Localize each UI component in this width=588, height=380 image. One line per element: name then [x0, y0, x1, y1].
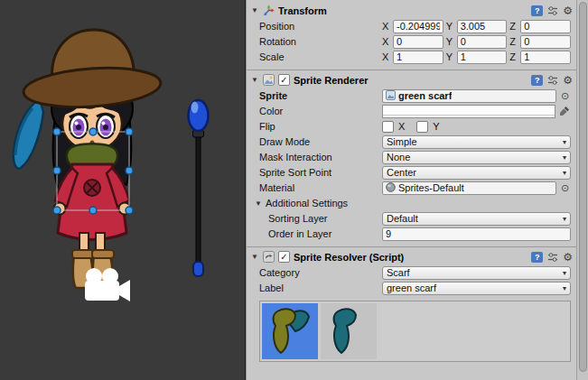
position-z-input[interactable]	[520, 20, 571, 33]
axis-z-label[interactable]: Z	[509, 51, 518, 62]
material-row: Material Sprites-Default ⊙	[259, 181, 571, 195]
label-dropdown[interactable]: green scarf ▾	[382, 282, 571, 295]
axis-y-label[interactable]: Y	[446, 51, 454, 62]
axis-z-label[interactable]: Z	[509, 21, 518, 32]
camera-gizmo-icon[interactable]	[85, 268, 130, 301]
transform-header[interactable]: ▼ Transform ? ⚙	[248, 3, 574, 18]
check-icon: ✓	[280, 76, 287, 85]
axis-x-label[interactable]: X	[382, 36, 390, 47]
foldout-icon[interactable]: ▼	[254, 199, 263, 208]
chevron-down-icon: ▾	[563, 169, 566, 177]
help-icon[interactable]: ?	[531, 252, 543, 263]
preset-icon[interactable]	[547, 75, 558, 86]
axis-y-label[interactable]: Y	[446, 36, 454, 47]
mask-interaction-dropdown[interactable]: None ▾	[382, 151, 571, 164]
help-icon[interactable]: ?	[531, 75, 543, 86]
category-row: Category Scarf ▾	[259, 265, 571, 280]
character-sprite[interactable]	[14, 30, 162, 288]
transform-icon	[263, 5, 275, 16]
category-label: Category	[259, 267, 382, 278]
character-hat	[23, 30, 163, 111]
sprite-renderer-title: Sprite Renderer	[294, 75, 369, 86]
thumb-teal-scarf[interactable]	[321, 303, 377, 359]
sprite-sort-point-row: Sprite Sort Point Center ▾	[259, 165, 571, 180]
axis-y-label[interactable]: Y	[446, 21, 454, 32]
staff-sprite[interactable]	[189, 100, 209, 276]
sprite-resolver-header[interactable]: ▼ ✓ Sprite Resolver (Script) ? ⚙	[248, 249, 574, 264]
sprite-sort-point-dropdown[interactable]: Center ▾	[382, 166, 571, 180]
sorting-layer-row: Sorting Layer Default ▾	[268, 211, 571, 226]
category-dropdown[interactable]: Scarf ▾	[382, 266, 571, 280]
sprite-object-field[interactable]: green scarf	[382, 89, 556, 103]
alpha-bar	[383, 115, 555, 117]
scene-view[interactable]	[0, 0, 246, 380]
inspector-scrollbar[interactable]	[576, 0, 588, 380]
material-object-field[interactable]: Sprites-Default	[382, 181, 556, 195]
character-dress	[54, 164, 131, 240]
sprite-label: Sprite	[259, 90, 382, 101]
scale-row: Scale X Y Z	[259, 50, 571, 64]
object-picker-icon[interactable]: ⊙	[559, 89, 571, 102]
scale-label: Scale	[259, 51, 382, 62]
flip-x-checkbox[interactable]	[382, 121, 394, 133]
sprite-row: Sprite green scarf ⊙	[259, 88, 571, 103]
position-y-input[interactable]	[457, 20, 508, 33]
sorting-layer-dropdown[interactable]: Default ▾	[382, 212, 571, 226]
sprite-sort-point-value: Center	[387, 167, 561, 178]
sprite-variant-strip	[259, 301, 571, 362]
sprite-renderer-enabled-checkbox[interactable]: ✓	[278, 74, 290, 86]
object-picker-icon[interactable]: ⊙	[559, 181, 571, 194]
eyedropper-icon[interactable]	[558, 106, 571, 116]
chevron-down-icon: ▾	[563, 284, 566, 292]
foldout-icon[interactable]: ▼	[250, 253, 259, 261]
color-swatch[interactable]	[382, 105, 555, 118]
label-value: green scarf	[387, 283, 561, 293]
scale-z-input[interactable]	[520, 51, 571, 64]
position-x-input[interactable]	[393, 20, 443, 33]
rotation-x-input[interactable]	[393, 35, 443, 49]
order-in-layer-label: Order in Layer	[268, 228, 382, 239]
draw-mode-dropdown[interactable]: Simple ▾	[382, 135, 571, 149]
color-row: Color	[259, 104, 571, 118]
sprite-resolver-enabled-checkbox[interactable]: ✓	[278, 251, 290, 263]
order-in-layer-input[interactable]	[382, 227, 571, 241]
sprite-renderer-header[interactable]: ▼ ✓ Sprite Renderer ? ⚙	[248, 72, 574, 88]
mask-interaction-value: None	[387, 152, 561, 162]
preset-icon[interactable]	[547, 5, 558, 16]
sprite-field-value: green scarf	[398, 90, 452, 101]
inspector-panel: ▼ Transform ? ⚙ P	[246, 0, 588, 380]
check-icon: ✓	[280, 253, 287, 262]
order-in-layer-row: Order in Layer	[268, 227, 571, 241]
foldout-icon[interactable]: ▼	[250, 76, 259, 84]
scale-x-input[interactable]	[393, 51, 443, 64]
rotation-label: Rotation	[259, 36, 382, 47]
thumb-green-scarf[interactable]	[262, 303, 318, 359]
additional-settings-foldout[interactable]: ▼ Additional Settings	[254, 196, 571, 210]
flip-y-checkbox[interactable]	[416, 121, 428, 133]
preset-icon[interactable]	[547, 252, 558, 263]
chevron-down-icon: ▾	[563, 138, 566, 146]
scale-y-input[interactable]	[457, 51, 508, 64]
unity-editor: ▼ Transform ? ⚙ P	[0, 0, 588, 380]
mask-interaction-row: Mask Interaction None ▾	[259, 150, 571, 164]
transform-component: ▼ Transform ? ⚙ P	[247, 0, 576, 70]
foldout-icon[interactable]: ▼	[250, 6, 259, 14]
help-icon[interactable]: ?	[531, 5, 543, 16]
axis-x-label[interactable]: X	[382, 51, 390, 62]
axis-x-label[interactable]: X	[382, 21, 390, 32]
gear-icon[interactable]: ⚙	[563, 75, 573, 86]
gear-icon[interactable]: ⚙	[563, 5, 573, 16]
position-label: Position	[259, 21, 382, 32]
axis-z-label[interactable]: Z	[509, 36, 518, 47]
rotation-z-input[interactable]	[520, 35, 571, 49]
draw-mode-value: Simple	[387, 136, 561, 147]
material-field-value: Sprites-Default	[398, 182, 464, 193]
sprite-sort-point-label: Sprite Sort Point	[259, 167, 382, 178]
transform-title: Transform	[278, 5, 327, 16]
chevron-down-icon: ▾	[563, 269, 566, 277]
sprite-resolver-component: ▼ ✓ Sprite Resolver (Script) ? ⚙ Categor…	[247, 246, 576, 366]
gear-icon[interactable]: ⚙	[563, 252, 573, 263]
sprite-renderer-component: ▼ ✓ Sprite Renderer ? ⚙ Sprite	[247, 70, 576, 246]
rotation-y-input[interactable]	[457, 35, 508, 49]
scrollbar-thumb[interactable]	[579, 2, 587, 372]
